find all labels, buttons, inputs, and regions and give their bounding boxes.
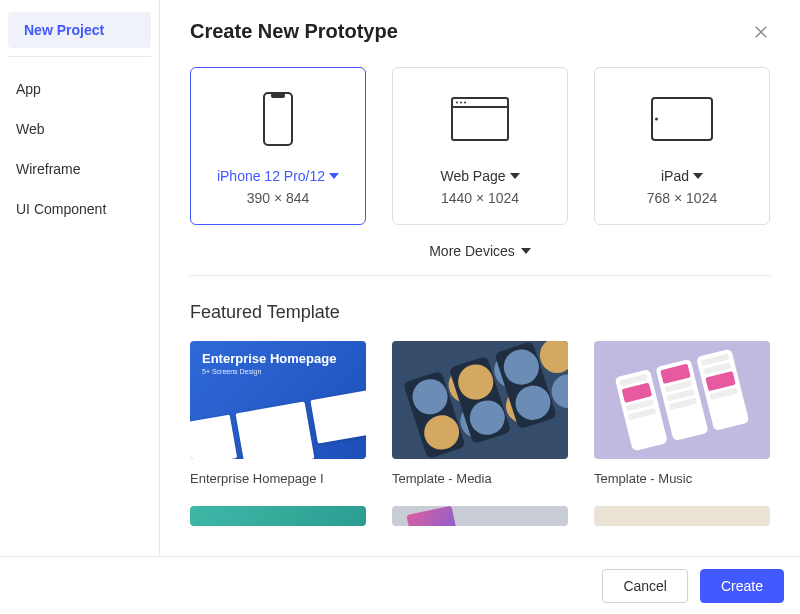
featured-template-heading: Featured Template: [190, 302, 770, 323]
divider: [8, 56, 151, 57]
browser-icon: [451, 90, 509, 148]
template-card-peek[interactable]: [190, 506, 366, 538]
sidebar-tab-new-project[interactable]: New Project: [8, 12, 151, 48]
phone-icon: [263, 90, 293, 148]
device-grid: iPhone 12 Pro/12 390 × 844 Web Pa: [190, 67, 770, 225]
svg-rect-2: [264, 93, 292, 145]
template-thumbnail: [392, 341, 568, 459]
template-card-media[interactable]: Template - Media: [392, 341, 568, 486]
more-devices-button[interactable]: More Devices: [190, 243, 770, 276]
page-title: Create New Prototype: [190, 20, 398, 43]
template-thumbnail: [594, 506, 770, 526]
device-name: Web Page: [440, 168, 505, 184]
template-thumbnail: Enterprise Homepage 5+ Screens Design: [190, 341, 366, 459]
close-icon[interactable]: [752, 23, 770, 41]
svg-rect-9: [652, 98, 712, 140]
svg-point-6: [456, 102, 458, 104]
template-grid: Enterprise Homepage 5+ Screens Design En…: [190, 341, 770, 486]
template-thumbnail: [190, 506, 366, 526]
device-dimensions: 768 × 1024: [647, 190, 717, 206]
template-name: Template - Music: [594, 471, 770, 486]
template-grid-row2: [190, 506, 770, 538]
sidebar: New Project App Web Wireframe UI Compone…: [0, 0, 160, 614]
device-dimensions: 1440 × 1024: [441, 190, 519, 206]
template-card-peek[interactable]: [594, 506, 770, 538]
chevron-down-icon[interactable]: [693, 173, 703, 179]
sidebar-item-wireframe[interactable]: Wireframe: [0, 149, 159, 189]
device-name: iPad: [661, 168, 689, 184]
more-devices-label: More Devices: [429, 243, 515, 259]
chevron-down-icon: [521, 248, 531, 254]
template-name: Template - Media: [392, 471, 568, 486]
device-card-iphone[interactable]: iPhone 12 Pro/12 390 × 844: [190, 67, 366, 225]
device-card-web[interactable]: Web Page 1440 × 1024: [392, 67, 568, 225]
svg-rect-3: [271, 93, 285, 98]
sidebar-item-web[interactable]: Web: [0, 109, 159, 149]
device-name: iPhone 12 Pro/12: [217, 168, 325, 184]
footer: Cancel Create: [0, 556, 800, 614]
template-thumbnail: [392, 506, 568, 526]
template-card-music[interactable]: Template - Music: [594, 341, 770, 486]
template-card-peek[interactable]: [392, 506, 568, 538]
chevron-down-icon[interactable]: [329, 173, 339, 179]
device-dimensions: 390 × 844: [247, 190, 310, 206]
template-name: Enterprise Homepage I: [190, 471, 366, 486]
cancel-button[interactable]: Cancel: [602, 569, 688, 603]
svg-point-8: [464, 102, 466, 104]
device-card-ipad[interactable]: iPad 768 × 1024: [594, 67, 770, 225]
create-button[interactable]: Create: [700, 569, 784, 603]
svg-point-10: [655, 118, 658, 121]
template-card-enterprise[interactable]: Enterprise Homepage 5+ Screens Design En…: [190, 341, 366, 486]
chevron-down-icon[interactable]: [510, 173, 520, 179]
svg-rect-4: [452, 98, 508, 140]
template-thumbnail: [594, 341, 770, 459]
sidebar-item-ui-component[interactable]: UI Component: [0, 189, 159, 229]
sidebar-item-app[interactable]: App: [0, 69, 159, 109]
tablet-icon: [651, 90, 713, 148]
main-panel: Create New Prototype iPhone 12 Pro/12 39…: [160, 0, 800, 614]
svg-point-7: [460, 102, 462, 104]
